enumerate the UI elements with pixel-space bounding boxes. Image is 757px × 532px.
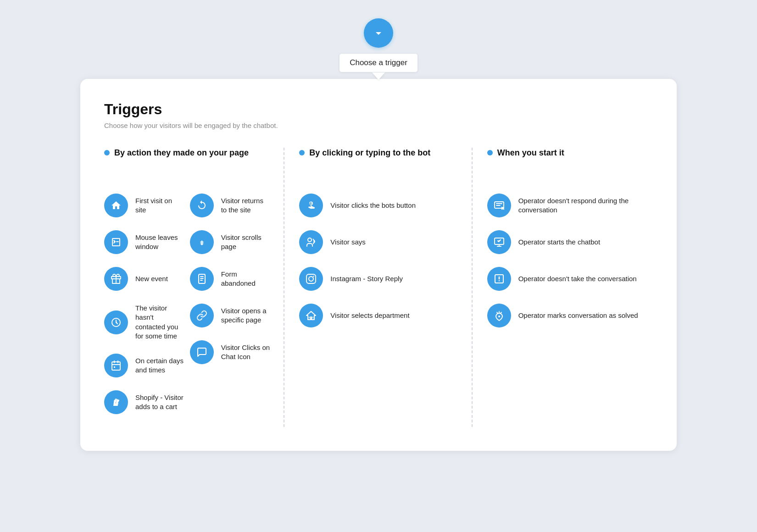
trigger-operator-solved-label: Operator marks conversation as solved [518, 311, 638, 320]
down-arrow-icon [373, 28, 384, 39]
svg-rect-2 [112, 362, 120, 370]
clock-icon [104, 310, 128, 334]
svg-rect-0 [112, 238, 120, 246]
svg-rect-3 [114, 366, 115, 368]
return-icon [190, 194, 214, 217]
scroll-icon [190, 230, 214, 254]
column-clicking: By clicking or typing to the bot Visitor… [284, 148, 472, 427]
svg-point-5 [308, 238, 312, 242]
trigger-visitor-says[interactable]: Visitor says [299, 230, 465, 254]
visitor-says-icon [299, 230, 323, 254]
column-action-header: By action they made on your page [104, 148, 270, 177]
trigger-certain-days-label: On certain days and times [135, 356, 184, 375]
trigger-visitor-clicks-chat-label: Visitor Clicks on Chat Icon [221, 343, 270, 362]
trigger-instagram-story-label: Instagram - Story Reply [330, 274, 403, 283]
trigger-operator-starts[interactable]: Operator starts the chatbot [487, 230, 653, 254]
operator-no-take-icon [487, 267, 511, 291]
department-icon [299, 304, 323, 327]
trigger-operator-no-respond-label: Operator doesn't respond during the conv… [518, 196, 653, 215]
column-clicking-header: By clicking or typing to the bot [299, 148, 465, 177]
calendar-icon [104, 354, 128, 377]
panel-title: Triggers [104, 101, 653, 118]
no-respond-icon [487, 194, 511, 217]
svg-point-7 [309, 277, 313, 281]
instagram-icon [299, 267, 323, 291]
trigger-visitor-selects-label: Visitor selects department [330, 311, 409, 320]
trigger-first-visit[interactable]: First visit on site [104, 194, 184, 217]
shopify-icon [104, 390, 128, 414]
trigger-visitor-opens-page-label: Visitor opens a specific page [221, 306, 270, 325]
panel-subtitle: Choose how your visitors will be engaged… [104, 122, 653, 129]
form-icon [190, 267, 214, 291]
svg-point-8 [313, 276, 314, 277]
trigger-hasnt-contacted[interactable]: The visitor hasn't contacted you for som… [104, 304, 184, 341]
column-action: By action they made on your page First v… [104, 148, 284, 427]
column-action-dot [104, 150, 110, 155]
top-trigger-button[interactable] [364, 18, 393, 48]
svg-rect-4 [199, 274, 205, 283]
column-operator-header: When you start it [487, 148, 653, 177]
gift-icon [104, 267, 128, 291]
trigger-operator-starts-label: Operator starts the chatbot [518, 238, 600, 247]
trigger-operator-no-take[interactable]: Operator doesn't take the conversation [487, 267, 653, 291]
solved-icon [487, 304, 511, 327]
svg-point-14 [498, 316, 500, 317]
trigger-new-event[interactable]: New event [104, 267, 184, 291]
trigger-shopify[interactable]: Shopify - Visitor adds to a cart [104, 390, 184, 414]
mouse-leave-icon [104, 230, 128, 254]
column-clicking-dot [299, 150, 305, 155]
trigger-visitor-clicks-bot[interactable]: Visitor clicks the bots button [299, 194, 465, 217]
trigger-visitor-selects[interactable]: Visitor selects department [299, 304, 465, 327]
trigger-mouse-leaves[interactable]: Mouse leaves window [104, 230, 184, 254]
panel-arrow [372, 72, 385, 80]
trigger-visitor-clicks-chat[interactable]: Visitor Clicks on Chat Icon [190, 340, 270, 364]
column-operator: When you start it Operator doesn't respo… [473, 148, 653, 427]
operator-starts-icon [487, 230, 511, 254]
trigger-visitor-scrolls-label: Visitor scrolls page [221, 233, 270, 252]
trigger-first-visit-label: First visit on site [135, 196, 184, 215]
trigger-instagram-story[interactable]: Instagram - Story Reply [299, 267, 465, 291]
choose-trigger-label[interactable]: Choose a trigger [339, 53, 418, 72]
column-action-title: By action they made on your page [114, 148, 249, 158]
column-operator-dot [487, 150, 493, 155]
link-icon [190, 304, 214, 327]
triggers-panel: Triggers Choose how your visitors will b… [80, 79, 677, 451]
trigger-form-abandoned[interactable]: Form abandoned [190, 267, 270, 291]
home-icon [104, 194, 128, 217]
column-clicking-title: By clicking or typing to the bot [309, 148, 430, 158]
trigger-operator-solved[interactable]: Operator marks conversation as solved [487, 304, 653, 327]
trigger-form-abandoned-label: Form abandoned [221, 270, 270, 288]
trigger-new-event-label: New event [135, 274, 168, 283]
chat-icon [190, 340, 214, 364]
trigger-operator-no-take-label: Operator doesn't take the conversation [518, 274, 637, 283]
trigger-hasnt-contacted-label: The visitor hasn't contacted you for som… [135, 304, 184, 341]
touch-icon [299, 194, 323, 217]
trigger-visitor-opens-page[interactable]: Visitor opens a specific page [190, 304, 270, 327]
trigger-mouse-leaves-label: Mouse leaves window [135, 233, 184, 252]
trigger-operator-no-respond[interactable]: Operator doesn't respond during the conv… [487, 194, 653, 217]
trigger-visitor-returns-label: Visitor returns to the site [221, 196, 270, 215]
column-operator-title: When you start it [497, 148, 564, 158]
trigger-shopify-label: Shopify - Visitor adds to a cart [135, 393, 184, 412]
columns-container: By action they made on your page First v… [104, 148, 653, 427]
svg-rect-6 [306, 274, 316, 283]
trigger-certain-days[interactable]: On certain days and times [104, 354, 184, 377]
trigger-visitor-returns[interactable]: Visitor returns to the site [190, 194, 270, 217]
trigger-visitor-clicks-bot-label: Visitor clicks the bots button [330, 201, 416, 210]
trigger-visitor-says-label: Visitor says [330, 238, 365, 247]
trigger-visitor-scrolls[interactable]: Visitor scrolls page [190, 230, 270, 254]
